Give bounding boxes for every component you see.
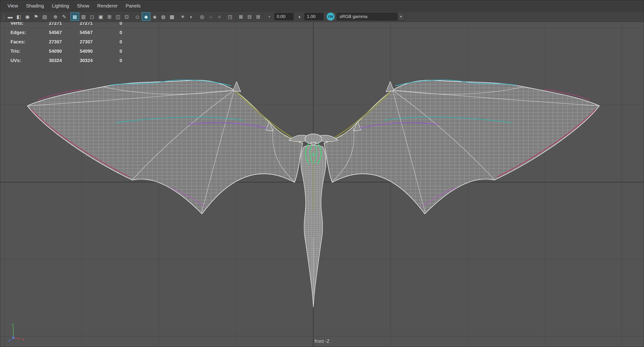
menu-items: ViewShadingLightingShowRendererPanels — [4, 0, 144, 11]
toolbar-icons: ⋮ ▬ ◧ ◉ ⚑ ▤ ⊕ ✎ — [2, 12, 264, 22]
view-transform-value: sRGB gamma — [340, 14, 367, 19]
grease-pencil-icon[interactable]: ✎ — [60, 12, 68, 21]
chevron-down-icon: ▼ — [398, 13, 404, 20]
menu-panels[interactable]: Panels — [122, 0, 144, 11]
select-camera-icon[interactable]: ▬ — [6, 12, 14, 21]
z-axis-marker — [12, 337, 14, 339]
maya-viewport-panel: ViewShadingLightingShowRendererPanels ⋮ … — [0, 0, 644, 347]
axis-triad: y x z — [8, 323, 30, 343]
occlusion-icon[interactable]: ◎ — [198, 12, 206, 21]
hud-selected: 54567 — [62, 30, 93, 35]
safe-title-icon[interactable]: ⊡ — [122, 12, 131, 21]
textured-display-icon[interactable]: ◈ — [150, 12, 159, 21]
hud-component: 0 — [93, 30, 122, 35]
texture-placement-icon[interactable]: ⊟ — [245, 12, 254, 21]
separator — [176, 13, 178, 20]
default-material-icon[interactable]: ▩ — [168, 12, 176, 21]
exposure-icon[interactable]: ◔ — [264, 12, 273, 21]
menu-view[interactable]: View — [4, 0, 22, 11]
separator — [234, 13, 236, 20]
motion-blur-icon[interactable]: ◌ — [206, 12, 215, 21]
isolate-select-icon[interactable]: ◳ — [226, 12, 234, 21]
separator — [262, 13, 264, 20]
exposure-field[interactable]: 0.00 — [274, 13, 294, 20]
bookmark-icon[interactable]: ⚑ — [32, 12, 40, 21]
anti-aliasing-icon[interactable]: ○ — [215, 12, 224, 21]
hud-component: 0 — [93, 58, 122, 63]
hud-component: 0 — [93, 48, 122, 54]
hud-total: 54090 — [34, 48, 62, 54]
wireframe-on-shaded-icon[interactable]: ◍ — [159, 12, 168, 21]
hud-row-label: Tris: — [10, 48, 34, 54]
y-axis-label: y — [12, 323, 14, 327]
resolution-gate-icon[interactable]: ◻ — [88, 12, 96, 21]
hud-row: UVs: 30324 30324 0 — [10, 56, 122, 65]
menu-lighting[interactable]: Lighting — [48, 0, 73, 11]
hud-total: 54567 — [34, 30, 62, 35]
view-transform-dropdown[interactable]: sRGB gamma ▼ — [336, 12, 405, 20]
contrast-icon[interactable]: ◑ — [295, 12, 303, 21]
menu-renderer[interactable]: Renderer — [93, 0, 122, 11]
hud-row: Faces: 27307 27307 0 — [10, 37, 122, 46]
gate-mask-icon[interactable]: ▣ — [96, 12, 105, 21]
poly-count-hud: Verts: 27271 27271 0 Edges: 54567 54567 … — [10, 18, 122, 65]
separator — [131, 13, 133, 20]
camera-settings-icon[interactable]: ◉ — [23, 12, 32, 21]
image-plane-icon[interactable]: ▤ — [40, 12, 49, 21]
hud-row-label: Edges: — [10, 30, 34, 35]
hud-row: Tris: 54090 54090 0 — [10, 46, 122, 56]
hud-row-label: Faces: — [10, 39, 34, 44]
hud-selected: 54090 — [62, 48, 93, 54]
hud-total: 30324 — [34, 58, 62, 63]
separator — [68, 13, 70, 20]
lighting-icon[interactable]: ☀ — [178, 12, 187, 21]
hud-row-label: UVs: — [10, 58, 34, 63]
separator — [49, 13, 51, 20]
wireframe-display-icon[interactable]: ◇ — [133, 12, 142, 21]
hud-selected: 27307 — [62, 39, 93, 44]
x-axis-line — [13, 338, 21, 339]
film-gate-icon[interactable]: ▥ — [79, 12, 88, 21]
menu-show[interactable]: Show — [73, 0, 94, 11]
view-axis-label: front -Z — [0, 338, 644, 344]
hud-component: 0 — [93, 39, 122, 44]
uv-editor-icon[interactable]: ⊞ — [254, 12, 262, 21]
field-chart-icon[interactable]: ⊞ — [105, 12, 114, 21]
separator — [196, 13, 198, 20]
panel-menubar: ViewShadingLightingShowRendererPanels — [0, 0, 644, 12]
shadows-icon[interactable]: ◐ — [187, 12, 196, 21]
right-wing[interactable] — [324, 80, 600, 214]
menu-shading[interactable]: Shading — [22, 0, 48, 11]
grid-icon[interactable]: ▦ — [70, 12, 79, 21]
x-axis-label: x — [22, 337, 24, 342]
z-axis-label: z — [9, 338, 11, 342]
gamma-field[interactable]: 1.00 — [304, 13, 324, 20]
2d-pan-zoom-icon[interactable]: ⊕ — [51, 12, 60, 21]
wing-claw — [233, 82, 241, 92]
panel-toolbar: ⋮ ▬ ◧ ◉ ⚑ ▤ ⊕ ✎ — [0, 12, 644, 22]
shaded-display-icon[interactable]: ◆ — [142, 12, 150, 21]
hud-selected: 30324 — [62, 58, 93, 63]
safe-action-icon[interactable]: ◫ — [114, 12, 122, 21]
toolbar-grip: ⋮ — [2, 12, 6, 21]
separator — [224, 13, 226, 20]
hud-total: 27307 — [34, 39, 62, 44]
left-wing[interactable] — [27, 80, 302, 214]
image-plane-display-icon[interactable]: ⊠ — [236, 12, 245, 21]
camera-attributes-icon[interactable]: ◧ — [14, 12, 23, 21]
color-management-toggle[interactable]: ON — [327, 12, 334, 20]
hud-row: Edges: 54567 54567 0 — [10, 28, 122, 37]
